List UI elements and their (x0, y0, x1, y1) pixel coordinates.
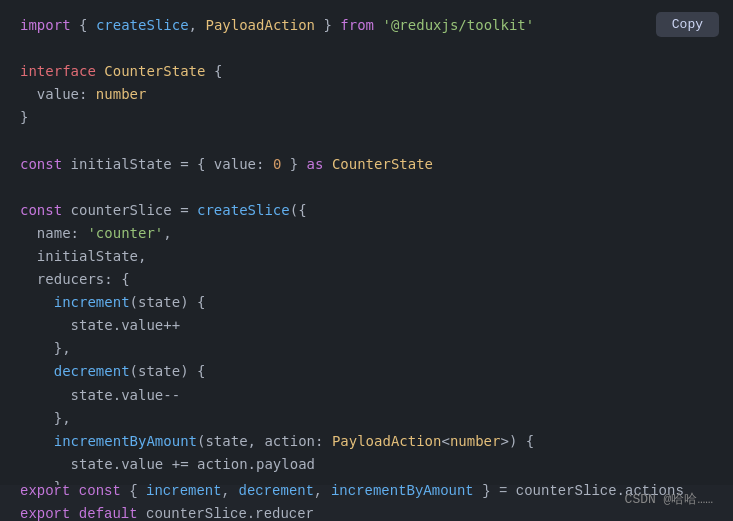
watermark: CSDN @哈哈…… (625, 490, 713, 511)
footer-bar: export const { increment, decrement, inc… (0, 485, 733, 521)
code-content: import { createSlice, PayloadAction } fr… (20, 14, 713, 521)
export-lines: export const { increment, decrement, inc… (20, 480, 684, 521)
copy-button[interactable]: Copy (656, 12, 719, 37)
code-block: Copy import { createSlice, PayloadAction… (0, 0, 733, 521)
